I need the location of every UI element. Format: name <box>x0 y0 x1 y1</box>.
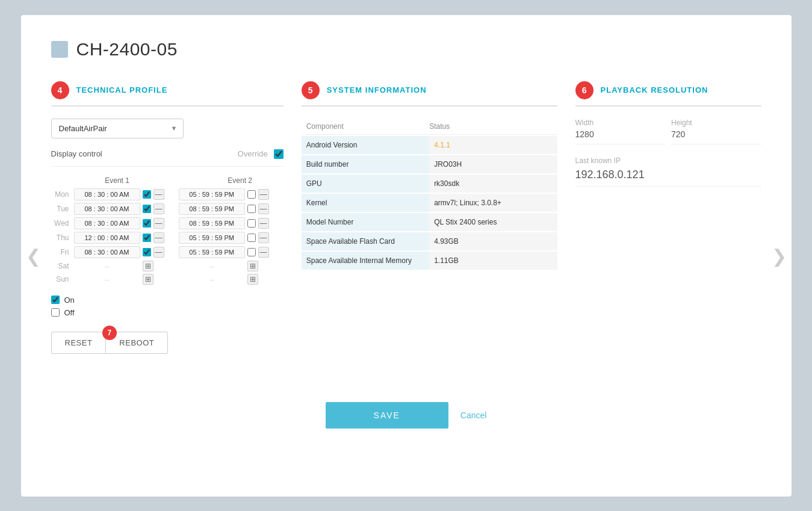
event1-group: — <box>74 217 179 229</box>
add-event1-button[interactable]: ⊞ <box>143 261 153 271</box>
height-label: Height <box>671 119 761 127</box>
footer-bar: SAVE Cancel <box>51 390 761 429</box>
event2-time-input[interactable] <box>179 203 245 215</box>
remove-event2-button[interactable]: — <box>258 189 269 200</box>
nav-arrow-left[interactable]: ❮ <box>26 245 41 266</box>
event1-time-input[interactable] <box>74 203 140 215</box>
save-button[interactable]: SAVE <box>326 402 448 429</box>
event1-checkbox[interactable] <box>143 219 151 228</box>
event2-checkbox[interactable] <box>247 190 256 199</box>
day-label: Thu <box>51 234 74 242</box>
width-block: Width 1280 <box>575 119 665 144</box>
reset-reboot-wrapper: 7 RESET REBOOT <box>51 332 169 354</box>
sys-component-cell: Model Number <box>302 213 429 231</box>
sys-status-cell: QL Stix 2400 series <box>429 213 557 231</box>
sys-status-cell: JRO03H <box>429 155 557 173</box>
event1-checkbox[interactable] <box>143 190 151 199</box>
remove-event2-button[interactable]: — <box>258 203 269 214</box>
event2-checkbox[interactable] <box>247 205 256 213</box>
schedule-row: Sun ⊞ ⊞ <box>51 274 284 285</box>
sys-status-cell: 4.1.1 <box>429 136 557 154</box>
height-block: Height 720 <box>671 119 761 144</box>
event1-checkbox[interactable] <box>143 205 151 213</box>
page-header: CH-2400-05 <box>51 39 761 60</box>
action-buttons: 7 RESET REBOOT <box>51 332 284 354</box>
add-event2-button[interactable]: ⊞ <box>247 261 258 271</box>
nav-arrow-right[interactable]: ❯ <box>772 245 787 266</box>
event2-time-input[interactable] <box>179 261 245 271</box>
sys-info-row: Space Available Flash Card 4.93GB <box>302 232 557 250</box>
event1-group: ⊞ <box>74 261 179 271</box>
height-value: 720 <box>671 129 761 144</box>
width-label: Width <box>575 119 665 127</box>
event1-time-input[interactable] <box>74 261 140 271</box>
off-checkbox[interactable] <box>51 308 60 317</box>
display-control-row: Display control Override <box>51 149 284 167</box>
col-status-header: Status <box>429 122 552 131</box>
profile-select[interactable]: DefaultAirPair <box>51 119 184 138</box>
ip-value: 192.168.0.121 <box>575 169 761 187</box>
add-event2-button[interactable]: ⊞ <box>247 274 258 285</box>
width-value: 1280 <box>575 129 665 144</box>
sys-table-header: Component Status <box>302 119 557 135</box>
event2-time-input[interactable] <box>179 246 245 258</box>
event1-header: Event 1 <box>74 176 197 185</box>
remove-event1-button[interactable]: — <box>153 232 164 243</box>
remove-event1-button[interactable]: — <box>153 189 164 200</box>
remove-event1-button[interactable]: — <box>153 247 164 258</box>
section-badge-5: 5 <box>302 81 320 99</box>
event2-checkbox[interactable] <box>247 248 256 256</box>
technical-profile-title: TECHNICAL PROFILE <box>76 85 168 94</box>
day-label: Sat <box>51 262 74 270</box>
event1-time-input[interactable] <box>74 232 140 244</box>
event1-time-input[interactable] <box>74 246 140 258</box>
event2-time-input[interactable] <box>179 274 245 285</box>
sys-rows: Android Version 4.1.1 Build number JRO03… <box>302 136 557 270</box>
remove-event2-button[interactable]: — <box>258 232 269 243</box>
schedule-rows: Mon — — Tue — <box>51 188 284 285</box>
event1-time-input[interactable] <box>74 188 140 200</box>
sys-info-row: Model Number QL Stix 2400 series <box>302 213 557 231</box>
sys-component-cell: Space Available Internal Memory <box>302 252 429 270</box>
event1-checkbox[interactable] <box>143 248 151 256</box>
schedule-headers: Event 1 Event 2 <box>51 176 284 185</box>
system-info-section: 5 SYSTEM INFORMATION Component Status An… <box>302 81 575 354</box>
event1-time-input[interactable] <box>74 274 140 285</box>
schedule-row: Thu — — <box>51 232 284 244</box>
event2-checkbox[interactable] <box>247 234 256 242</box>
event2-time-input[interactable] <box>179 217 245 229</box>
on-label: On <box>64 296 75 305</box>
event2-group: — <box>179 246 284 258</box>
sys-status-cell: rk30sdk <box>429 175 557 193</box>
system-info-title: SYSTEM INFORMATION <box>327 85 427 94</box>
override-checkbox[interactable] <box>274 149 284 159</box>
cancel-link[interactable]: Cancel <box>460 410 487 420</box>
reset-button[interactable]: RESET <box>51 332 107 354</box>
off-label: Off <box>64 308 75 317</box>
event2-group: — <box>179 203 284 215</box>
on-checkbox[interactable] <box>51 296 60 304</box>
remove-event2-button[interactable]: — <box>258 247 269 258</box>
profile-select-wrapper: DefaultAirPair ▼ <box>51 119 184 138</box>
event1-group: — <box>74 246 179 258</box>
event2-group: — <box>179 217 284 229</box>
remove-event2-button[interactable]: — <box>258 218 269 229</box>
add-event1-button[interactable]: ⊞ <box>143 274 153 285</box>
remove-event1-button[interactable]: — <box>153 203 164 214</box>
content-area: 4 TECHNICAL PROFILE DefaultAirPair ▼ Dis… <box>51 81 761 354</box>
event1-checkbox[interactable] <box>143 234 151 242</box>
sys-info-row: GPU rk30sdk <box>302 175 557 193</box>
sys-component-cell: Android Version <box>302 136 429 154</box>
ip-section: Last known IP 192.168.0.121 <box>575 156 761 187</box>
main-card: ❮ ❯ CH-2400-05 4 TECHNICAL PROFILE Defau… <box>21 15 792 497</box>
event2-time-input[interactable] <box>179 232 245 244</box>
event1-time-input[interactable] <box>74 217 140 229</box>
event2-time-input[interactable] <box>179 188 245 200</box>
remove-event1-button[interactable]: — <box>153 218 164 229</box>
col-component-header: Component <box>306 122 429 131</box>
sys-info-row: Kernel armv7l; Linux; 3.0.8+ <box>302 194 557 212</box>
event2-checkbox[interactable] <box>247 219 256 228</box>
system-info-header: 5 SYSTEM INFORMATION <box>302 81 557 107</box>
override-label: Override <box>238 149 268 158</box>
resolution-grid: Width 1280 Height 720 <box>575 119 761 144</box>
